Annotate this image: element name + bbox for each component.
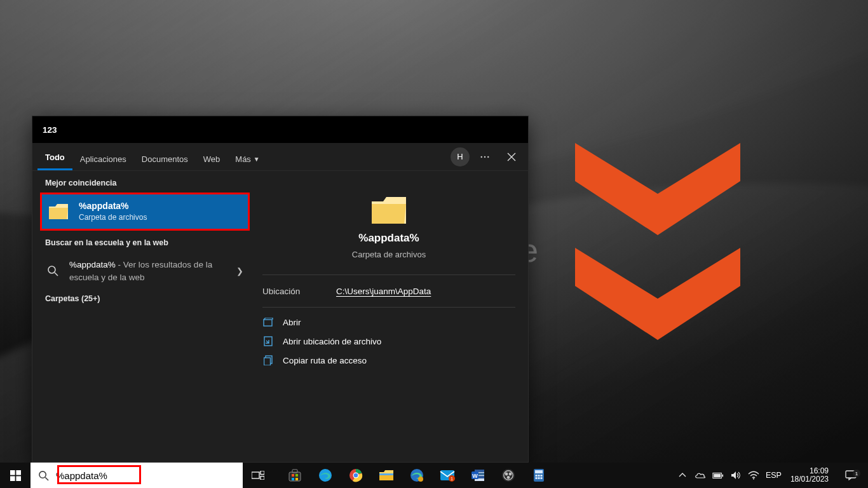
folders-label: Carpetas (25+): [40, 289, 250, 308]
svg-rect-56: [714, 473, 721, 477]
action-copy-path[interactable]: Copiar ruta de acceso: [262, 351, 515, 370]
svg-rect-21: [295, 474, 298, 477]
action-open[interactable]: Abrir: [262, 313, 515, 332]
svg-rect-6: [264, 337, 272, 346]
more-options-button[interactable]: [473, 146, 496, 168]
tab-all[interactable]: Todo: [37, 146, 72, 170]
chevron-right-icon: ❯: [236, 266, 243, 276]
action-label: Abrir ubicación de archivo: [283, 337, 381, 346]
svg-line-4: [55, 273, 58, 276]
svg-text:W: W: [472, 473, 478, 479]
account-initial: H: [457, 152, 463, 161]
web-search-label: Buscar en la escuela y en la web: [40, 231, 250, 252]
clock-date: 18/01/2023: [790, 475, 829, 484]
search-icon: [31, 470, 56, 481]
result-text: %appdata% - Ver los resultados de la esc…: [69, 258, 243, 283]
wallpaper-chevron-icon: [575, 248, 740, 343]
search-header: 123: [32, 116, 528, 143]
svg-point-1: [484, 156, 485, 157]
svg-rect-22: [292, 478, 294, 480]
tab-web[interactable]: Web: [196, 148, 228, 170]
svg-point-44: [509, 473, 512, 476]
wallpaper-chevron-icon: [575, 143, 740, 238]
start-button[interactable]: [0, 463, 31, 488]
location-label: Ubicación: [262, 287, 336, 296]
result-subtitle: Carpeta de archivos: [79, 213, 147, 222]
svg-rect-48: [536, 475, 538, 477]
volume-icon[interactable]: [730, 470, 742, 481]
app-edge[interactable]: [310, 463, 341, 488]
svg-point-3: [48, 266, 55, 273]
tab-apps[interactable]: Aplicaciones: [72, 148, 134, 170]
app-calculator[interactable]: [524, 463, 554, 488]
taskbar-search-input[interactable]: [56, 463, 243, 488]
svg-rect-16: [261, 471, 264, 475]
taskbar-pinned-apps: 1 W: [273, 463, 554, 488]
notification-badge: 1: [853, 470, 860, 477]
copy-icon: [262, 355, 274, 365]
best-match-label: Mejor coincidencia: [40, 177, 250, 193]
result-title: %appdata%: [79, 201, 147, 212]
svg-rect-49: [538, 475, 540, 477]
tray-overflow-button[interactable]: [677, 470, 688, 481]
tab-more[interactable]: Más▼: [227, 148, 267, 170]
tab-documents[interactable]: Documentos: [134, 148, 196, 170]
svg-text:1: 1: [451, 477, 453, 481]
detail-header: %appdata% Carpeta de archivos: [262, 182, 515, 269]
search-tabs: Todo Aplicaciones Documentos Web Más▼: [32, 143, 268, 170]
app-word[interactable]: W: [463, 463, 493, 488]
search-header-actions: H: [451, 143, 528, 170]
app-edge-dev[interactable]: [402, 463, 432, 488]
battery-icon[interactable]: [712, 470, 724, 481]
divider: [262, 274, 515, 275]
app-chrome[interactable]: [341, 463, 371, 488]
taskbar-search[interactable]: [31, 463, 243, 488]
language-indicator[interactable]: ESP: [766, 471, 782, 480]
svg-rect-5: [264, 320, 272, 326]
svg-rect-12: [16, 476, 21, 481]
svg-rect-17: [261, 477, 264, 480]
location-link[interactable]: C:\Users\juanm\AppData: [336, 287, 431, 296]
search-body: Mejor coincidencia %appdata% Carpeta de …: [32, 171, 528, 462]
svg-rect-47: [535, 470, 543, 473]
app-obs[interactable]: [493, 463, 524, 488]
onedrive-icon[interactable]: [695, 470, 706, 481]
tab-label: Todo: [45, 152, 65, 162]
search-results-pane: Mejor coincidencia %appdata% Carpeta de …: [32, 171, 250, 462]
search-icon: [45, 259, 60, 282]
svg-point-0: [481, 156, 482, 157]
svg-rect-8: [264, 358, 271, 365]
svg-rect-23: [295, 478, 298, 480]
svg-rect-11: [10, 476, 15, 481]
systray-icons: [677, 470, 759, 481]
close-button[interactable]: [500, 146, 523, 168]
file-location-icon: [262, 336, 274, 346]
app-mail[interactable]: 1: [432, 463, 463, 488]
svg-point-45: [507, 476, 510, 479]
wifi-icon[interactable]: [748, 470, 759, 481]
task-view-button[interactable]: [243, 463, 273, 488]
svg-rect-18: [289, 472, 301, 481]
action-label: Abrir: [283, 318, 301, 327]
svg-rect-53: [541, 477, 543, 479]
action-center-button[interactable]: 1: [837, 470, 864, 480]
folder-icon: [47, 200, 70, 223]
best-match-result[interactable]: %appdata% Carpeta de archivos: [40, 193, 250, 231]
account-button[interactable]: H: [451, 147, 470, 166]
action-open-location[interactable]: Abrir ubicación de archivo: [262, 332, 515, 351]
svg-rect-10: [16, 470, 21, 475]
detail-subtitle: Carpeta de archivos: [352, 250, 426, 259]
taskbar-systray: ESP 16:09 18/01/2023 1: [677, 463, 868, 488]
svg-point-31: [418, 477, 423, 482]
tab-label: Web: [203, 154, 220, 164]
svg-line-14: [45, 477, 48, 480]
svg-rect-9: [10, 470, 15, 475]
svg-rect-29: [379, 473, 393, 475]
app-microsoft-store[interactable]: [280, 463, 310, 488]
clock[interactable]: 16:09 18/01/2023: [788, 467, 831, 484]
svg-rect-50: [541, 475, 543, 477]
tab-label: Documentos: [142, 154, 188, 164]
taskbar: 1 W ESP 16:09 18/01/2023 1: [0, 463, 868, 488]
web-search-result[interactable]: %appdata% - Ver los resultados de la esc…: [40, 252, 250, 289]
app-file-explorer[interactable]: [371, 463, 402, 488]
